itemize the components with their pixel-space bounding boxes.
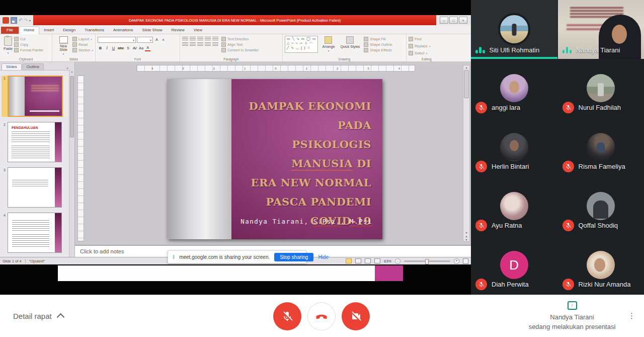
meeting-details-button[interactable]: Detail rapat xyxy=(13,295,63,337)
align-left-icon[interactable] xyxy=(182,42,188,47)
line-spacing-icon[interactable] xyxy=(212,37,218,41)
layout-button[interactable]: Layout▾ xyxy=(72,37,93,41)
numbering-icon[interactable] xyxy=(190,37,196,41)
slide-thumbnail-1[interactable]: 1 xyxy=(2,76,72,117)
slide-thumbnail-3[interactable]: 3 xyxy=(2,167,72,208)
paste-button[interactable]: Paste ▾ xyxy=(2,36,14,55)
columns-icon[interactable] xyxy=(212,42,218,47)
increase-indent-icon[interactable] xyxy=(205,37,211,41)
reset-button[interactable]: Reset xyxy=(72,42,93,47)
participant-tile-nurul[interactable]: Nurul Fadhilah xyxy=(558,59,644,118)
microphone-toggle-button[interactable] xyxy=(273,302,301,330)
tab-home[interactable]: Home xyxy=(19,26,39,34)
tab-animations[interactable]: Animations xyxy=(109,27,138,34)
leave-call-button[interactable] xyxy=(307,302,336,330)
panel-close-icon[interactable]: × xyxy=(66,66,68,70)
justify-icon[interactable] xyxy=(205,42,211,47)
next-slide-icon[interactable]: ▾ xyxy=(465,238,467,241)
shape-outline-button[interactable]: Shape Outline xyxy=(364,42,392,47)
cut-button[interactable]: Cut xyxy=(14,37,43,41)
powerpoint-app-icon[interactable] xyxy=(3,17,9,24)
scroll-up-icon[interactable]: ▴ xyxy=(465,65,467,69)
hide-toast-link[interactable]: Hide xyxy=(318,254,329,260)
participant-tile-rizki[interactable]: Rizki Nur Amanda xyxy=(558,236,644,295)
panel-scrollbar[interactable]: ▴ xyxy=(69,70,74,257)
char-spacing-icon[interactable]: AV xyxy=(132,45,137,51)
copy-button[interactable]: Copy xyxy=(14,42,43,47)
participant-tile-siti[interactable]: Siti Ulfi Rohmatin xyxy=(471,0,557,59)
bold-icon[interactable]: B xyxy=(98,45,103,51)
align-center-icon[interactable] xyxy=(190,42,196,47)
close-button[interactable]: × xyxy=(459,17,467,24)
decrease-font-icon[interactable]: A xyxy=(160,37,166,42)
shapes-gallery[interactable]: ▭ ╲ ↘ ▭ ◯ ▭ △ ⌐ ¬ ⇨ ⇩ ◠ ╱ ∿ ◡ ( ) ☆ xyxy=(285,36,318,53)
stop-sharing-button[interactable]: Stop sharing xyxy=(274,253,313,261)
panel-tab-slides[interactable]: Slides xyxy=(2,63,22,70)
slide-title[interactable]: DAMPAK EKONOMI PADA PSIKOLOGIS MANUSIA D… xyxy=(237,97,371,231)
participant-tile-qoffal[interactable]: Qoffal Shodiq xyxy=(558,177,644,236)
scroll-up-icon[interactable]: ▴ xyxy=(71,70,73,73)
scroll-thumb[interactable] xyxy=(464,70,469,98)
scroll-down-icon[interactable]: ▾ xyxy=(465,231,467,234)
slide-author[interactable]: Nandya Tiarani, S.Psi., M.Psi xyxy=(240,218,372,225)
tab-file[interactable]: File xyxy=(1,27,19,34)
tab-design[interactable]: Design xyxy=(58,27,80,34)
arrange-button[interactable]: Arrange ▾ xyxy=(320,36,336,53)
convert-smartart-button[interactable]: Convert to SmartArt xyxy=(221,48,259,52)
font-size-dropdown[interactable]: ▾ xyxy=(137,37,153,43)
slide-thumbnail-2[interactable]: 2 PENDAHULUAN xyxy=(2,122,72,162)
restore-button[interactable]: □ xyxy=(449,17,458,24)
normal-view-icon[interactable] xyxy=(346,258,352,263)
decrease-indent-icon[interactable] xyxy=(197,37,203,41)
redo-icon[interactable]: ↷ xyxy=(24,18,28,23)
vertical-scrollbar[interactable]: ▴ ▾ ▴ ▾ xyxy=(463,65,470,242)
slide-sorter-view-icon[interactable] xyxy=(355,258,361,263)
increase-font-icon[interactable]: A xyxy=(154,37,159,42)
panel-tab-outline[interactable]: Outline xyxy=(22,63,44,70)
participant-tile-risma[interactable]: Risma Fameliya xyxy=(558,118,644,177)
text-direction-button[interactable]: Text Direction xyxy=(221,37,259,41)
font-color-icon[interactable]: A xyxy=(145,45,150,51)
align-right-icon[interactable] xyxy=(197,42,203,47)
replace-button[interactable]: Replace▾ xyxy=(409,44,445,48)
new-slide-button[interactable]: New Slide ▾ xyxy=(54,36,72,56)
participant-tile-ayu[interactable]: Ayu Ratna xyxy=(471,177,557,236)
change-case-icon[interactable]: Aa xyxy=(138,45,144,51)
format-painter-button[interactable]: Format Painter xyxy=(14,48,43,52)
fit-to-window-icon[interactable] xyxy=(463,258,468,264)
slide-thumbnail-4[interactable]: 4 xyxy=(2,213,72,253)
tab-view[interactable]: View xyxy=(189,27,207,34)
tab-insert[interactable]: Insert xyxy=(39,27,58,34)
text-shadow-icon[interactable]: S xyxy=(125,45,131,51)
participant-tile-anggi[interactable]: anggi lara xyxy=(471,59,557,118)
tab-review[interactable]: Review xyxy=(167,27,189,34)
quick-styles-button[interactable]: Quick Styles xyxy=(339,36,361,53)
qat-dropdown-icon[interactable]: ▾ xyxy=(29,19,31,22)
underline-icon[interactable]: U xyxy=(111,45,116,51)
participant-tile-herlin[interactable]: Herlin Bintari xyxy=(471,118,557,177)
zoom-slider[interactable] xyxy=(404,260,450,262)
tab-slide-show[interactable]: Slide Show xyxy=(138,27,167,34)
select-button[interactable]: Select▾ xyxy=(409,51,445,55)
more-options-icon[interactable]: ⋮ xyxy=(628,295,635,337)
undo-icon[interactable]: ↶ xyxy=(19,18,23,23)
panel-scroll-thumb[interactable] xyxy=(70,76,74,138)
section-button[interactable]: Section▾ xyxy=(72,48,93,52)
align-text-button[interactable]: Align Text xyxy=(221,42,259,47)
participant-tile-nandya[interactable]: Nandya Tiarani xyxy=(558,0,644,59)
shape-effects-button[interactable]: Shape Effects xyxy=(364,48,392,52)
bullets-icon[interactable] xyxy=(182,37,188,41)
previous-slide-icon[interactable]: ▴ xyxy=(465,234,467,238)
zoom-in-icon[interactable]: + xyxy=(454,258,459,264)
current-slide[interactable]: DAMPAK EKONOMI PADA PSIKOLOGIS MANUSIA D… xyxy=(167,79,382,239)
font-name-dropdown[interactable]: ▾ xyxy=(98,37,136,43)
minimize-button[interactable]: – xyxy=(440,17,448,24)
zoom-out-icon[interactable]: - xyxy=(395,258,400,264)
participant-tile-diah[interactable]: D Diah Perwita xyxy=(471,236,557,295)
strikethrough-icon[interactable]: abc xyxy=(117,45,124,51)
tab-transitions[interactable]: Transitions xyxy=(80,27,109,34)
zoom-slider-thumb[interactable] xyxy=(425,259,429,264)
find-button[interactable]: Find xyxy=(409,37,445,41)
shape-fill-button[interactable]: Shape Fill xyxy=(364,37,392,41)
slideshow-view-icon[interactable] xyxy=(374,258,380,263)
